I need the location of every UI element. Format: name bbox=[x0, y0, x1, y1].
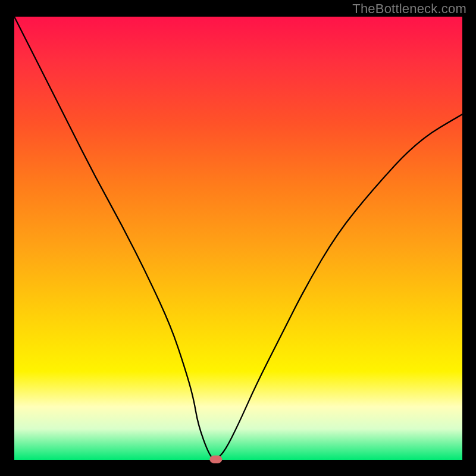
chart-frame: TheBottleneck.com bbox=[0, 0, 476, 476]
bottleneck-curve bbox=[14, 17, 476, 459]
watermark-text: TheBottleneck.com bbox=[352, 1, 466, 17]
curve-svg bbox=[14, 17, 462, 460]
min-marker bbox=[210, 456, 222, 463]
plot-area bbox=[14, 17, 462, 460]
